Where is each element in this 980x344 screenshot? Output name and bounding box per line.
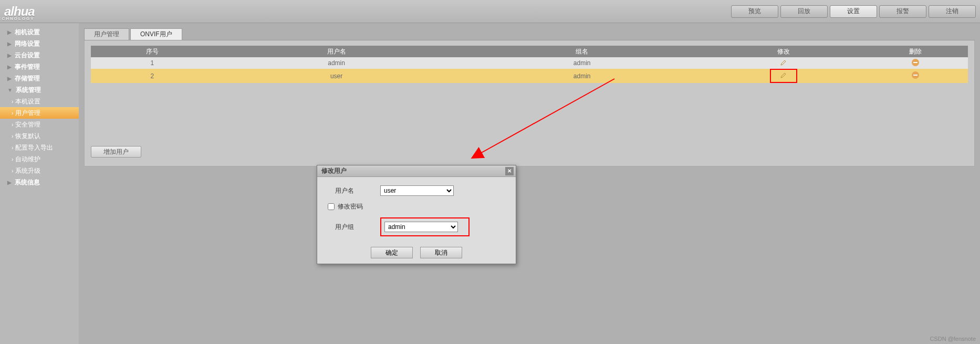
sidebar-item-label: 用户管理 — [15, 109, 40, 118]
top-nav: 预览 回放 设置 报警 注销 — [731, 5, 976, 18]
sidebar-item-label: 配置导入导出 — [15, 143, 53, 152]
sidebar-item-label: 网络设置 — [15, 39, 40, 48]
chevron-right-icon: › — [12, 99, 13, 105]
table-row[interactable]: 1 admin admin — [91, 57, 968, 69]
sidebar-item-network[interactable]: ▶网络设置 — [0, 38, 79, 49]
chevron-down-icon: ▼ — [7, 87, 13, 93]
dialog-body: 用户名 user 修改密码 用户组 admin 确定 取消 — [317, 177, 516, 264]
sidebar-item-ptz[interactable]: ▶云台设置 — [0, 49, 79, 61]
sidebar-item-label: 恢复默认 — [15, 132, 40, 141]
chevron-right-icon: › — [12, 157, 13, 162]
dialog-title: 修改用户 — [321, 166, 347, 175]
chevron-right-icon: › — [12, 168, 13, 174]
cell-group: admin — [459, 69, 705, 83]
chevron-right-icon: ▶ — [7, 76, 12, 81]
chevron-right-icon: ▶ — [7, 64, 12, 70]
sidebar-sub-general[interactable]: ›本机设置 — [0, 96, 79, 107]
col-edit: 修改 — [705, 46, 863, 57]
nav-logout[interactable]: 注销 — [929, 5, 976, 18]
sidebar-item-label: 云台设置 — [15, 51, 40, 60]
delete-icon[interactable] — [912, 71, 919, 79]
col-user: 用户名 — [214, 46, 460, 57]
sidebar-item-label: 事件管理 — [15, 62, 40, 71]
sidebar-sub-upgrade[interactable]: ›系统升级 — [0, 165, 79, 176]
table-empty — [91, 83, 968, 141]
delete-icon[interactable] — [912, 59, 919, 66]
chevron-right-icon: ▶ — [7, 29, 12, 35]
sidebar-sub-impexp[interactable]: ›配置导入导出 — [0, 142, 79, 153]
chevron-right-icon: ▶ — [7, 41, 12, 47]
col-delete: 删除 — [863, 46, 968, 57]
cell-user: user — [214, 69, 460, 83]
sidebar-sub-default[interactable]: ›恢复默认 — [0, 130, 79, 142]
modify-password-label: 修改密码 — [338, 202, 363, 211]
sidebar-sub-safety[interactable]: ›安全管理 — [0, 119, 79, 130]
cancel-button[interactable]: 取消 — [420, 247, 462, 258]
sidebar-item-label: 本机设置 — [15, 97, 40, 106]
tab-user-mgmt[interactable]: 用户管理 — [84, 28, 129, 40]
sidebar-item-label: 系统信息 — [15, 178, 40, 187]
sidebar-item-storage[interactable]: ▶存储管理 — [0, 72, 79, 84]
col-no: 序号 — [91, 46, 214, 57]
chevron-right-icon: › — [12, 122, 13, 128]
chevron-right-icon: › — [12, 133, 13, 139]
cell-no: 2 — [91, 69, 214, 83]
sidebar-item-label: 存储管理 — [15, 74, 40, 83]
cell-user: admin — [214, 57, 460, 69]
nav-alarm[interactable]: 报警 — [879, 5, 926, 18]
sidebar-item-system[interactable]: ▼系统管理 — [0, 84, 79, 96]
main-panel: 用户管理 ONVIF用户 序号 用户名 组名 修改 删除 1 admin adm… — [79, 23, 980, 344]
sidebar: ▶相机设置 ▶网络设置 ▶云台设置 ▶事件管理 ▶存储管理 ▼系统管理 ›本机设… — [0, 23, 79, 344]
nav-setup[interactable]: 设置 — [830, 5, 877, 18]
sidebar-item-camera[interactable]: ▶相机设置 — [0, 26, 79, 38]
chevron-right-icon: ▶ — [7, 180, 12, 185]
annotation-highlight-edit — [770, 69, 797, 83]
group-label: 用户组 — [322, 223, 380, 232]
sidebar-item-info[interactable]: ▶系统信息 — [0, 176, 79, 188]
ok-button[interactable]: 确定 — [371, 247, 413, 258]
tab-onvif-user[interactable]: ONVIF用户 — [130, 28, 182, 40]
chevron-right-icon: ▶ — [7, 53, 12, 58]
username-select[interactable]: user — [380, 185, 454, 196]
nav-preview[interactable]: 预览 — [731, 5, 778, 18]
chevron-right-icon: › — [12, 145, 13, 151]
brand-sub: TECHNOLOGY — [0, 16, 35, 21]
table-row[interactable]: 2 user admin — [91, 69, 968, 83]
close-icon[interactable]: ✕ — [505, 167, 514, 175]
modify-user-dialog: 修改用户 ✕ 用户名 user 修改密码 用户组 admin 确定 取消 — [317, 165, 516, 264]
modify-password-checkbox[interactable] — [328, 203, 335, 210]
dialog-title-bar[interactable]: 修改用户 ✕ — [317, 165, 516, 177]
sidebar-item-label: 相机设置 — [15, 28, 40, 37]
header: alhua TECHNOLOGY 预览 回放 设置 报警 注销 — [0, 0, 980, 23]
user-table: 序号 用户名 组名 修改 删除 1 admin admin 2 user — [91, 46, 968, 141]
username-label: 用户名 — [322, 186, 380, 195]
pencil-icon[interactable] — [780, 59, 787, 66]
annotation-highlight-group: admin — [380, 217, 470, 236]
sidebar-item-event[interactable]: ▶事件管理 — [0, 61, 79, 72]
sidebar-sub-account[interactable]: ›用户管理 — [0, 107, 79, 119]
watermark: CSDN @fensnote — [930, 336, 976, 342]
sidebar-item-label: 系统管理 — [16, 86, 41, 95]
group-select[interactable]: admin — [384, 222, 458, 232]
user-panel: 序号 用户名 组名 修改 删除 1 admin admin 2 user — [84, 40, 975, 166]
chevron-right-icon: › — [12, 110, 13, 116]
sidebar-sub-automaint[interactable]: ›自动维护 — [0, 153, 79, 165]
sidebar-item-label: 安全管理 — [15, 120, 40, 129]
sidebar-item-label: 系统升级 — [15, 166, 40, 175]
add-user-button[interactable]: 增加用户 — [91, 146, 141, 158]
cell-group: admin — [459, 57, 705, 69]
brand-logo: alhua TECHNOLOGY — [4, 4, 35, 19]
cell-no: 1 — [91, 57, 214, 69]
nav-playback[interactable]: 回放 — [780, 5, 828, 18]
tab-bar: 用户管理 ONVIF用户 — [84, 28, 975, 40]
pencil-icon[interactable] — [780, 72, 787, 78]
sidebar-item-label: 自动维护 — [15, 155, 40, 164]
col-group: 组名 — [459, 46, 705, 57]
